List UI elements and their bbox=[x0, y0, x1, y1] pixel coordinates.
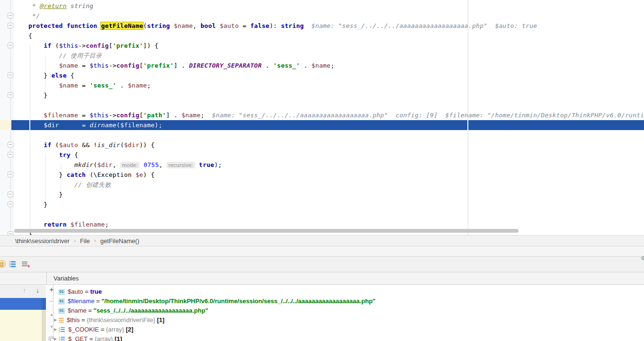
code-line[interactable]: } bbox=[28, 200, 47, 210]
code-token: try bbox=[59, 151, 71, 158]
code-token: $dir bbox=[97, 161, 112, 168]
code-line[interactable]: { bbox=[28, 31, 32, 41]
code-token: . bbox=[116, 82, 128, 89]
variable-value: "sess_/../../../aaaaaaaaaaaaaaaaaa.php" bbox=[94, 306, 208, 315]
code-token: ); bbox=[214, 161, 222, 168]
expand-arrow-icon[interactable]: ▶ bbox=[54, 334, 59, 341]
code-token: = bbox=[59, 122, 90, 129]
debug-panel-gap bbox=[0, 246, 644, 257]
show-values-inline-icon[interactable]: 1 2 3 bbox=[9, 261, 17, 268]
code-line[interactable]: if ($auto && !is_dir($dir)) { bbox=[28, 140, 155, 150]
variable-row[interactable]: 01$filename = "/home/tinmin/Desktop/Thin… bbox=[54, 297, 376, 306]
frame-row-library[interactable] bbox=[0, 310, 46, 341]
primitive-type-icon: 01 bbox=[58, 298, 65, 305]
expand-arrow-icon[interactable]: ▶ bbox=[54, 315, 59, 325]
code-line[interactable]: } bbox=[28, 190, 63, 200]
code-line[interactable]: mkdir($dir, mode: 0755, recursive: true)… bbox=[28, 160, 222, 170]
code-line[interactable]: } else { bbox=[28, 70, 74, 80]
horizontal-scrollbar[interactable] bbox=[14, 229, 519, 233]
code-token bbox=[28, 122, 44, 129]
variable-name: $_COOKIE bbox=[68, 325, 99, 334]
code-token: $filename bbox=[44, 112, 78, 119]
code-line[interactable]: } catch (\Exception $e) { bbox=[28, 170, 155, 180]
code-line[interactable]: // 使用子目录 bbox=[28, 51, 102, 61]
code-token: 'sess_' bbox=[273, 62, 300, 69]
code-token: dirname bbox=[89, 122, 116, 129]
variable-row[interactable]: ▶123$_GET = {array} [1] bbox=[54, 334, 122, 341]
code-token: false bbox=[250, 22, 269, 29]
duplicate-watch-icon[interactable] bbox=[49, 337, 54, 341]
variable-name: $filename bbox=[68, 297, 94, 306]
variable-name: $_GET bbox=[68, 334, 88, 341]
frame-down-icon[interactable]: ↓ bbox=[36, 287, 39, 294]
code-token bbox=[195, 161, 199, 168]
code-token bbox=[28, 62, 59, 69]
object-type-icon bbox=[59, 317, 64, 323]
code-token: string bbox=[67, 2, 94, 9]
frames-scrollbar[interactable] bbox=[42, 298, 46, 341]
code-token: $filename bbox=[71, 221, 105, 228]
code-line[interactable]: try { bbox=[28, 150, 78, 160]
add-to-watches-icon[interactable]: + bbox=[22, 261, 30, 268]
parameter-name-hint: mode: bbox=[120, 162, 140, 168]
code-line[interactable]: */ bbox=[28, 11, 40, 21]
code-line[interactable]: * @return string bbox=[28, 1, 93, 11]
breadcrumb-class[interactable]: File bbox=[80, 237, 90, 245]
code-token: ( bbox=[116, 122, 120, 129]
code-line[interactable]: $dir = dirname($filename); bbox=[28, 120, 162, 130]
code-token bbox=[28, 151, 59, 158]
code-token: ; bbox=[147, 82, 151, 89]
code-token bbox=[28, 221, 44, 228]
frame-up-icon[interactable]: ↑ bbox=[23, 287, 26, 294]
code-token: ; bbox=[201, 112, 205, 119]
code-token: ; bbox=[105, 221, 109, 228]
bar bbox=[11, 266, 16, 267]
variable-value: {think\session\driver\File} bbox=[87, 315, 155, 325]
code-token: = bbox=[78, 82, 89, 89]
breadcrumb-separator-icon: › bbox=[74, 237, 76, 244]
ide-debug-screen: * @return string */protected function ge… bbox=[0, 0, 644, 341]
code-line[interactable]: protected function getFileName(string $n… bbox=[28, 21, 537, 31]
gear-icon[interactable]: ⚙ bbox=[641, 255, 644, 262]
expand-arrow-icon[interactable]: ▶ bbox=[54, 325, 59, 334]
child-count: [1] bbox=[113, 334, 122, 341]
variable-name: $this bbox=[67, 315, 80, 325]
variable-row[interactable]: ▶$this = {think\session\driver\File} [1] bbox=[54, 315, 164, 325]
code-token: if bbox=[44, 141, 51, 149]
code-token: protected bbox=[28, 22, 63, 29]
frame-row-selected[interactable] bbox=[0, 298, 46, 310]
code-token: string bbox=[147, 22, 170, 29]
code-token: ; bbox=[331, 62, 334, 69]
code-token bbox=[216, 22, 220, 29]
code-token: , bbox=[193, 22, 200, 29]
code-token: { bbox=[71, 151, 78, 158]
bar bbox=[11, 263, 16, 265]
code-token: $e bbox=[135, 171, 143, 178]
code-line[interactable]: $name = $this->config['prefix'] . DIRECT… bbox=[28, 61, 334, 70]
code-line[interactable]: $filename = $this->config['path'] . $nam… bbox=[28, 110, 644, 120]
code-editor[interactable]: * @return string */protected function ge… bbox=[0, 0, 644, 235]
breadcrumb-namespace[interactable]: \think\session\driver bbox=[15, 237, 70, 245]
code-token: // 创建失败 bbox=[28, 181, 111, 188]
plus-icon: + bbox=[27, 264, 30, 269]
breadcrumb-bar: \think\session\driver › File › getFileNa… bbox=[0, 235, 644, 246]
variable-row[interactable]: 01$name = "sess_/../../../aaaaaaaaaaaaaa… bbox=[54, 306, 208, 315]
frames-pane[interactable]: ↑ ↓ bbox=[0, 285, 46, 341]
variable-row[interactable]: 01$auto = true bbox=[54, 287, 102, 297]
code-token: mkdir bbox=[74, 161, 93, 168]
code-line[interactable]: $name = 'sess_' . $name; bbox=[28, 80, 151, 90]
breadcrumb-method[interactable]: getFileName() bbox=[100, 237, 139, 245]
code-token: * bbox=[28, 2, 40, 9]
variable-row[interactable]: ▶123$_COOKIE = {array} [2] bbox=[54, 325, 134, 334]
code-token: ( bbox=[51, 141, 59, 149]
code-line[interactable]: if ($this->config['prefix']) { bbox=[28, 41, 159, 51]
evaluate-expression-icon[interactable]: @ bbox=[0, 260, 6, 268]
code-token: } bbox=[28, 191, 63, 198]
code-token bbox=[28, 42, 44, 49]
code-token: 'prefix' bbox=[143, 62, 174, 69]
code-line[interactable]: } bbox=[28, 90, 47, 100]
code-line[interactable]: return $filename; bbox=[28, 219, 109, 229]
code-token: $name bbox=[59, 82, 78, 89]
code-token: } bbox=[28, 201, 47, 208]
code-line[interactable]: // 创建失败 bbox=[28, 180, 111, 190]
